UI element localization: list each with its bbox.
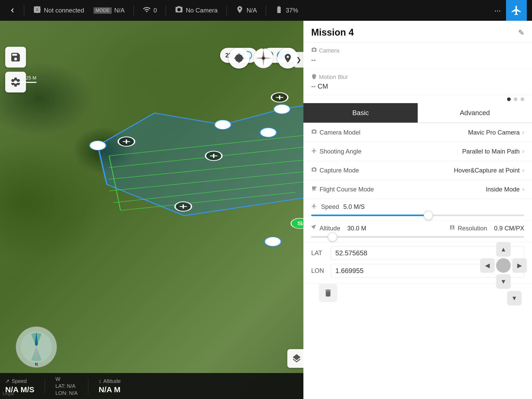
panel-edit-button[interactable]: ✎ [518, 28, 524, 37]
mode-badge: MODE [94, 7, 112, 14]
shooting-angle-value[interactable]: Parallel to Main Path › [462, 148, 524, 155]
topbar: Not connected MODE N/A 0 No Camera N/A [0, 0, 532, 21]
svg-point-19 [265, 237, 281, 246]
nav-up-button[interactable]: ▲ [496, 242, 511, 257]
capture-mode-value[interactable]: Hover&Capture at Point › [454, 167, 524, 174]
chevron-right-icon: › [522, 129, 524, 136]
chevron-right-icon2: › [522, 148, 524, 155]
scale-distance: 25 M [26, 75, 36, 81]
svg-point-45 [262, 57, 265, 60]
nav-left-button[interactable]: ◀ [480, 258, 495, 273]
altitude-display: ↕ Altitude N/A M [99, 378, 121, 394]
panel-bottom-actions: ▼ [303, 284, 532, 312]
compass-rose: N [16, 326, 57, 368]
scroll-down-button[interactable]: ▼ [507, 291, 522, 305]
altitude-icon: ↕ [99, 378, 101, 384]
shooting-angle-row[interactable]: Shooting Angle Parallel to Main Path › [303, 142, 532, 161]
lon-label: LON [311, 267, 327, 274]
back-button[interactable] [5, 3, 20, 18]
camera-label: Camera [311, 47, 524, 54]
camera-model-label: Camera Model [311, 129, 360, 136]
camera-status-text: No Camera [186, 7, 218, 14]
panel-collapse-button[interactable]: ❯ [294, 52, 303, 68]
svg-point-15 [274, 104, 290, 114]
lat-label: LAT [311, 249, 327, 257]
altitude-section: Altitude 30.0 M Resolution 0.9 CM/PX [303, 221, 532, 242]
speed-slider-value: 5.0 M/S [343, 203, 365, 210]
camera-model-value[interactable]: Mavic Pro Camera › [468, 129, 524, 136]
nav-center-button[interactable] [496, 258, 511, 273]
mode-indicator: MODE N/A [89, 7, 129, 14]
nav-indicator: N/A [231, 5, 262, 15]
nav-value: N/A [247, 7, 257, 14]
altitude-header: Altitude 30.0 M Resolution 0.9 CM/PX [311, 225, 524, 232]
camera-icon [175, 5, 183, 15]
resolution-value: 0.9 CM/PX [494, 225, 524, 232]
panel-content: Camera -- Motion Blur -- CM Bas [303, 42, 532, 399]
legal-text: Legal [3, 391, 14, 396]
speed-slider-icon [311, 203, 317, 210]
compass-button[interactable]: N [253, 48, 274, 69]
separator5 [266, 5, 266, 16]
speed-slider-header: Speed 5.0 M/S [311, 203, 524, 210]
shooting-angle-label: Shooting Angle [311, 148, 361, 155]
camera-section-icon [311, 47, 317, 54]
drone-status-text: Not connected [44, 7, 84, 14]
nav-right-button[interactable]: ▶ [512, 258, 527, 273]
flight-course-label: Flight Course Mode [311, 186, 374, 193]
speed-slider-section: Speed 5.0 M/S [303, 199, 532, 221]
motion-blur-value: -- CM [311, 82, 524, 90]
chevron-right-icon3: › [522, 167, 524, 174]
center-map-button[interactable] [229, 48, 249, 69]
save-mission-button[interactable] [5, 47, 26, 68]
svg-text:N: N [35, 362, 38, 367]
nav-icon [236, 5, 244, 15]
tab-advanced[interactable]: Advanced [418, 103, 532, 123]
status-sep2 [88, 378, 88, 394]
bottom-status-bar: ↗ Speed N/A M/S W LAT: N/A LON: N/A ↕ Al… [0, 373, 303, 399]
battery-value: 37% [286, 7, 298, 14]
flight-course-value[interactable]: Inside Mode › [486, 186, 524, 193]
camera-model-row[interactable]: Camera Model Mavic Pro Camera › [303, 123, 532, 142]
dot-1 [507, 97, 511, 101]
separator [24, 5, 24, 16]
tabs-row: Basic Advanced [303, 103, 532, 123]
svg-point-14 [215, 120, 231, 129]
altitude-section-icon [311, 225, 317, 232]
capture-mode-row[interactable]: Capture Mode Hover&Capture at Point › [303, 161, 532, 180]
resolution-icon [449, 225, 455, 232]
separator2 [134, 5, 134, 16]
drone-icon [33, 5, 41, 16]
separator4 [227, 5, 227, 16]
lon-display: LON: N/A [55, 390, 78, 396]
motion-blur-icon [311, 74, 317, 81]
motion-blur-section: Motion Blur -- CM [303, 69, 532, 95]
altitude-label: ↕ Altitude [99, 378, 121, 384]
capture-mode-icon [311, 167, 317, 174]
speed-slider-track[interactable] [311, 215, 524, 216]
altitude-slider-track[interactable] [311, 236, 524, 238]
delete-button[interactable] [319, 284, 337, 302]
right-panel: ❯ Mission 4 ✎ Camera -- [303, 21, 532, 399]
altitude-label: Altitude 30.0 M [311, 225, 366, 232]
more-options-button[interactable]: ··· [489, 6, 506, 15]
capture-mode-label: Capture Mode [311, 167, 359, 174]
speed-slider-thumb[interactable] [424, 211, 433, 220]
fly-button[interactable] [506, 0, 527, 21]
camera-section: Camera -- [303, 42, 532, 69]
dot-3 [521, 97, 524, 101]
svg-text:S: S [297, 221, 303, 226]
gps-w-label: W [55, 376, 78, 382]
signal-count: 0 [154, 7, 157, 14]
speed-label: ↗ Speed [5, 378, 34, 384]
tab-basic[interactable]: Basic [303, 103, 418, 123]
flight-course-row[interactable]: Flight Course Mode Inside Mode › [303, 180, 532, 199]
left-toolbar [5, 47, 26, 92]
altitude-slider-thumb[interactable] [328, 232, 337, 242]
battery-indicator: 37% [270, 5, 303, 15]
scale-bar: 0 25 M [5, 75, 36, 83]
speed-icon: ↗ [5, 378, 10, 384]
altitude-value-text: 30.0 M [347, 225, 366, 232]
camera-value: -- [311, 56, 524, 64]
camera-model-icon [311, 129, 317, 136]
